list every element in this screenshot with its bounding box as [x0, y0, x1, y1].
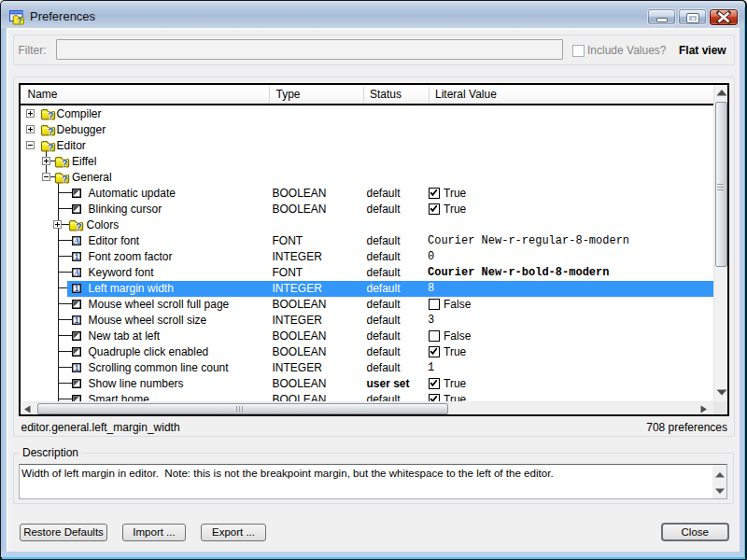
svg-text:?: ?: [48, 127, 53, 136]
svg-text:?: ?: [17, 16, 22, 25]
svg-text:?: ?: [76, 222, 81, 231]
svg-text:A: A: [73, 268, 79, 277]
svg-text:1: 1: [75, 315, 79, 325]
svg-text:?: ?: [48, 111, 53, 120]
svg-text:1: 1: [75, 252, 79, 261]
svg-text:A: A: [73, 236, 79, 245]
svg-text:?: ?: [48, 143, 53, 152]
svg-text:?: ?: [62, 175, 67, 184]
svg-text:1: 1: [75, 284, 79, 293]
svg-text:?: ?: [62, 159, 67, 168]
svg-text:1: 1: [75, 363, 79, 372]
